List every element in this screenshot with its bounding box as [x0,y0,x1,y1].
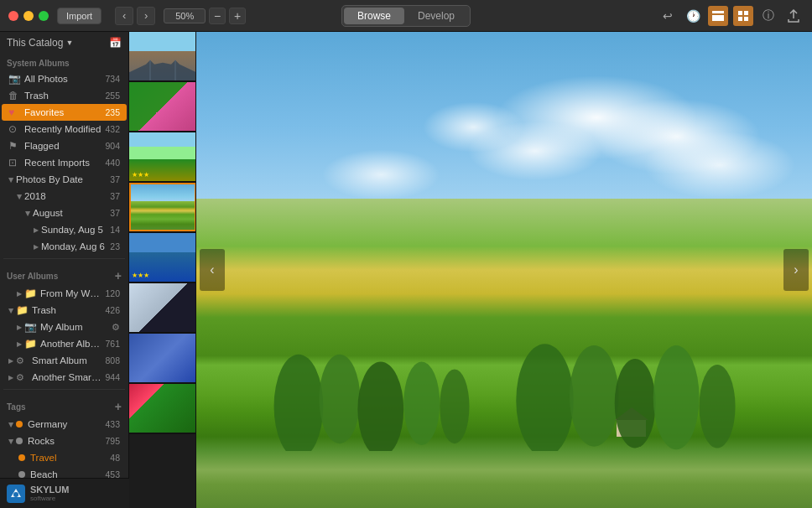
svg-point-19 [13,492,18,497]
right-controls: ↩ 🕐 ⓘ [658,6,804,26]
thumb-fields1-stars: ★★★ [132,171,149,179]
share-button[interactable] [783,6,804,26]
zoom-display: 50% [164,8,206,23]
system-albums-header: System Albums [0,52,128,70]
all-photos-label: All Photos [24,74,102,84]
sidebar-item-smart-album[interactable]: ▶ ⚙ Smart Album 808 [2,352,127,369]
favorites-label: Favorites [24,107,102,117]
skylum-bar: SKYLUM software [0,478,129,508]
sidebar-item-another-smart[interactable]: ▶ ⚙ Another Smart A... 944 [2,369,127,386]
sidebar-item-august[interactable]: ▶ August 37 [2,205,127,221]
svg-point-10 [358,361,404,451]
thumbnail-bird[interactable] [129,283,196,334]
svg-rect-3 [744,11,748,15]
svg-point-11 [404,361,440,444]
from-my-work-triangle: ▶ [17,290,22,298]
sidebar-item-trash-album[interactable]: ▶ 📁 Trash 426 [2,302,127,319]
layout-grid-button[interactable] [733,6,753,26]
trash-system-count: 255 [105,91,120,101]
recently-modified-icon: ⊙ [8,123,20,135]
another-smart-count: 944 [105,372,120,382]
viewer-prev-button[interactable]: ‹ [200,249,225,291]
2018-triangle: ▶ [16,194,23,199]
zoom-in-button[interactable]: + [229,8,246,24]
tab-browse[interactable]: Browse [344,8,404,24]
august-count: 37 [110,208,120,218]
thumbnail-landscape[interactable] [129,183,196,233]
svg-point-8 [274,354,324,450]
august-label: August [33,208,107,218]
user-albums-header: User Albums + [0,262,128,285]
sidebar-item-favorites[interactable]: ♥ Favorites 235 [2,104,127,121]
rocks-triangle: ▶ [8,438,15,443]
thumbnail-flowers[interactable] [129,82,196,132]
info-button[interactable]: ⓘ [758,6,778,26]
thumbnail-roses[interactable] [129,384,196,434]
all-photos-count: 734 [105,74,120,84]
undo-button[interactable]: ↩ [658,6,678,26]
sidebar-item-2018[interactable]: ▶ 2018 37 [2,188,127,205]
rocks-count: 795 [105,436,120,446]
photos-by-date-triangle: ▶ [8,177,15,182]
zoom-control: 50% − + [164,8,246,24]
favorites-count: 235 [105,107,120,117]
travel-count: 48 [110,453,120,463]
traffic-lights [8,11,49,21]
trash-system-icon: 🗑 [8,90,20,101]
travel-dot [18,454,25,461]
fullscreen-button[interactable] [39,11,49,21]
sunday-triangle: ▶ [34,226,39,234]
from-my-work-label: From My Work [40,288,102,298]
another-smart-label: Another Smart A... [32,372,102,382]
tag-item-rocks[interactable]: ▶ Rocks 795 [2,433,127,449]
my-album-triangle: ▶ [17,324,22,331]
layout-strip-button[interactable] [708,6,728,26]
from-my-work-count: 120 [105,288,120,298]
flagged-count: 904 [105,141,120,151]
landscape-house [608,403,658,437]
minimize-button[interactable] [23,11,34,21]
sidebar-item-another-album[interactable]: ▶ 📁 Another Album 761 [2,335,127,352]
zoom-out-button[interactable]: − [209,8,226,24]
tag-item-travel[interactable]: Travel 48 [2,449,127,466]
thumbnail-brooklyn[interactable] [129,32,196,82]
add-tag-icon[interactable]: + [115,400,122,413]
sidebar-item-trash-system[interactable]: 🗑 Trash 255 [2,87,127,104]
sidebar-item-photos-by-date[interactable]: ▶ Photos By Date 37 [2,171,127,188]
thumbnail-fields1[interactable]: ★★★ [129,132,196,183]
smart-album-count: 808 [105,355,120,365]
trash-album-triangle: ▶ [8,308,15,313]
skylum-text-block: SKYLUM software [30,485,69,502]
svg-rect-4 [738,17,742,21]
back-button[interactable]: ‹ [115,7,133,25]
my-album-gear-icon[interactable]: ⚙ [112,322,120,333]
history-button[interactable]: 🕐 [683,6,703,26]
germany-label: Germany [28,419,105,429]
sidebar-item-recent-imports[interactable]: ⊡ Recent Imports 440 [2,154,127,171]
sidebar-item-recently-modified[interactable]: ⊙ Recently Modified 432 [2,121,127,137]
view-tabs: Browse Develop [341,5,471,27]
rocks-dot [16,438,23,444]
recent-imports-label: Recent Imports [24,158,102,168]
sidebar-item-from-my-work[interactable]: ▶ 📁 From My Work 120 [2,285,127,302]
august-triangle: ▶ [24,210,32,215]
close-button[interactable] [8,11,18,21]
sidebar-item-all-photos[interactable]: 📷 All Photos 734 [2,70,127,87]
sidebar-item-my-album[interactable]: ▶ 📷 My Album ⚙ [2,319,127,335]
sidebar-item-monday-aug6[interactable]: ▶ Monday, Aug 6 23 [2,238,127,255]
import-button[interactable]: Import [57,8,102,24]
sidebar-item-flagged[interactable]: ⚑ Flagged 904 [2,137,127,154]
beach-dot [18,471,25,478]
viewer-next-button[interactable]: › [783,249,809,291]
catalog-header: This Catalog ▼ 📅 [0,32,128,52]
monday-count: 23 [110,241,120,251]
sidebar-item-sunday-aug5[interactable]: ▶ Sunday, Aug 5 14 [2,221,127,238]
recently-modified-label: Recently Modified [24,124,102,134]
tag-item-germany[interactable]: ▶ Germany 433 [2,416,127,433]
thumbnail-feather[interactable] [129,334,196,384]
thumbnail-boat[interactable]: ★★★ [129,233,196,283]
tab-develop[interactable]: Develop [404,8,468,24]
catalog-selector[interactable]: This Catalog ▼ [7,37,73,49]
forward-button[interactable]: › [137,7,155,25]
add-album-icon[interactable]: + [115,269,122,283]
